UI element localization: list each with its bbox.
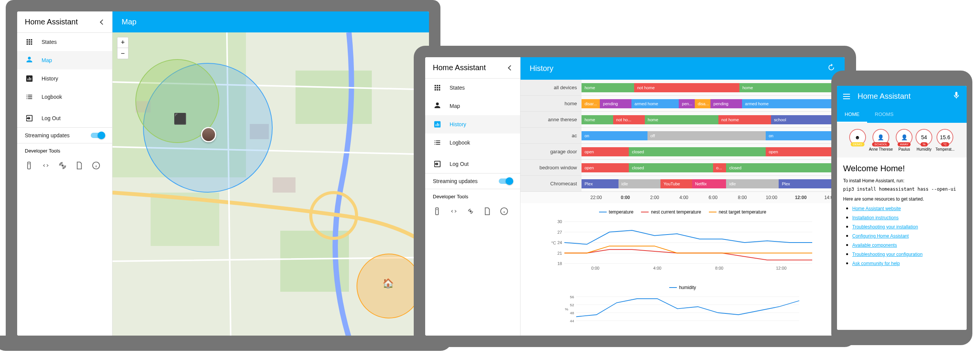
zoom-out-button[interactable]: − (117, 48, 128, 59)
sidebar-item-map[interactable]: Map (17, 51, 112, 69)
history-segment[interactable]: closed (629, 163, 713, 172)
sidebar-item-logout[interactable]: Log Out (17, 109, 112, 127)
chevron-left-icon[interactable] (508, 65, 513, 70)
svg-text:18: 18 (557, 261, 562, 266)
history-segment[interactable]: pending (710, 99, 742, 108)
code-icon[interactable] (42, 161, 51, 170)
legend-swatch (669, 287, 677, 288)
sidebar-item-history[interactable]: History (17, 69, 112, 88)
svg-rect-3 (31, 78, 31, 80)
history-segment[interactable]: home (645, 115, 718, 124)
history-segment[interactable]: not home (634, 83, 739, 92)
history-segment[interactable]: armed home (631, 99, 679, 108)
remote-icon[interactable] (433, 207, 442, 216)
svg-rect-2 (29, 77, 30, 80)
dev-tools-label: Developer Tools (425, 189, 520, 204)
sidebar-item-map[interactable]: Map (425, 97, 520, 115)
sidebar-item-states[interactable]: States (17, 33, 112, 51)
legend-label: nest target temperature (719, 209, 766, 215)
history-segment[interactable]: YouTube (660, 179, 692, 188)
install-code: pip3 install homeassistant hass --open-u… (843, 186, 961, 192)
history-row: anne theresehomenot ho...homenot homesch… (521, 112, 845, 128)
appbar: Map (112, 11, 429, 32)
resource-link[interactable]: Installation instructions (852, 215, 898, 220)
radio-tower-icon[interactable] (58, 161, 67, 170)
history-segment[interactable]: open (582, 147, 629, 156)
phone-tabs: HOME ROOMS (837, 107, 967, 123)
file-icon[interactable] (483, 207, 492, 216)
history-segment[interactable]: idle (726, 179, 779, 188)
chart-icon (25, 74, 34, 83)
history-segment[interactable]: home (582, 115, 613, 124)
sidebar-item-logbook[interactable]: Logbook (17, 88, 112, 106)
radio-tower-icon[interactable] (466, 207, 476, 216)
history-segment[interactable]: home (582, 83, 634, 92)
streaming-toggle[interactable] (499, 178, 512, 184)
history-segment[interactable]: idle (619, 179, 660, 188)
history-segment[interactable]: Plex (582, 179, 619, 188)
sidebar-item-logout[interactable]: Log Out (425, 155, 520, 173)
time-tick: 4:00 (669, 192, 699, 203)
remote-icon[interactable] (25, 161, 34, 170)
svg-text:21: 21 (557, 251, 562, 256)
file-icon[interactable] (75, 161, 84, 170)
history-segment[interactable]: home (739, 83, 845, 92)
history-segment[interactable]: closed (629, 147, 766, 156)
mic-icon[interactable] (952, 91, 961, 101)
history-segment[interactable]: on (582, 131, 647, 140)
sidebar-item-logbook[interactable]: Logbook (425, 133, 520, 152)
state-badge[interactable]: 👤SCHOOLAnne Therese (869, 129, 893, 151)
history-bars: homenot ho...homenot homeschool (582, 112, 845, 127)
history-segment[interactable]: o... (713, 163, 726, 172)
svg-text:48: 48 (570, 311, 574, 315)
hamburger-icon[interactable] (843, 94, 850, 99)
history-row-label: ac (521, 128, 582, 143)
account-location-icon (433, 101, 442, 111)
svg-point-22 (469, 210, 472, 212)
resource-link[interactable]: Configuring Home Assistant (852, 233, 909, 239)
chevron-left-icon[interactable] (100, 19, 105, 24)
history-segment[interactable]: armed home (742, 99, 845, 108)
state-badge[interactable]: 15.6°CTemperat... (935, 129, 954, 151)
state-badge[interactable]: ☻DEMO (849, 129, 866, 151)
sidebar-label: States (42, 39, 57, 45)
sidebar-item-history[interactable]: History (425, 115, 520, 133)
resource-link[interactable]: Troubleshooting your configuration (852, 252, 922, 257)
badge-pill: AWAY (898, 142, 911, 146)
history-segment[interactable]: Netflix (692, 179, 726, 188)
history-segment[interactable]: pen... (679, 99, 694, 108)
info-icon[interactable] (500, 207, 509, 216)
code-icon[interactable] (450, 207, 459, 216)
resource-link[interactable]: Home Assistant website (852, 206, 901, 211)
tab-rooms[interactable]: ROOMS (867, 107, 901, 123)
phone-badges-row: ☻DEMO👤SCHOOLAnne Therese👤AWAYPaulus54%Hu… (837, 123, 967, 158)
resource-link[interactable]: Ask community for help (852, 261, 900, 266)
zoom-in-button[interactable]: + (117, 37, 128, 48)
state-badge[interactable]: 54%Humidity (916, 129, 932, 151)
humidity-chart: humidity 44485256% (521, 279, 845, 335)
history-segment[interactable]: not ho... (613, 115, 645, 124)
history-segment[interactable]: pending (600, 99, 631, 108)
map-view[interactable]: + − ⬛ 🏠 (112, 32, 429, 336)
history-segment[interactable]: open (582, 163, 629, 172)
history-segment[interactable]: disar... (582, 99, 600, 108)
map-school-icon: 🏠 (382, 278, 394, 289)
history-segment[interactable]: disa... (695, 99, 710, 108)
history-segment[interactable]: off (647, 131, 766, 140)
resource-link[interactable]: Troubleshooting your installation (852, 224, 918, 230)
resource-link[interactable]: Available components (852, 243, 897, 248)
time-tick: 6:00 (699, 192, 728, 203)
map-avatar-marker[interactable] (201, 127, 216, 142)
page-title: History (530, 64, 553, 73)
svg-rect-15 (273, 177, 296, 193)
sidebar-item-states[interactable]: States (425, 79, 520, 97)
state-badge[interactable]: 👤AWAYPaulus (896, 129, 913, 151)
resource-link-item: Troubleshooting your configuration (852, 251, 961, 257)
streaming-toggle[interactable] (91, 133, 104, 138)
sidebar-label: History (42, 76, 58, 82)
refresh-icon[interactable] (827, 63, 835, 74)
history-segment[interactable]: not home (718, 115, 771, 124)
history-segment[interactable]: closed (726, 163, 845, 172)
info-icon[interactable] (92, 161, 101, 170)
tab-home[interactable]: HOME (837, 107, 867, 123)
